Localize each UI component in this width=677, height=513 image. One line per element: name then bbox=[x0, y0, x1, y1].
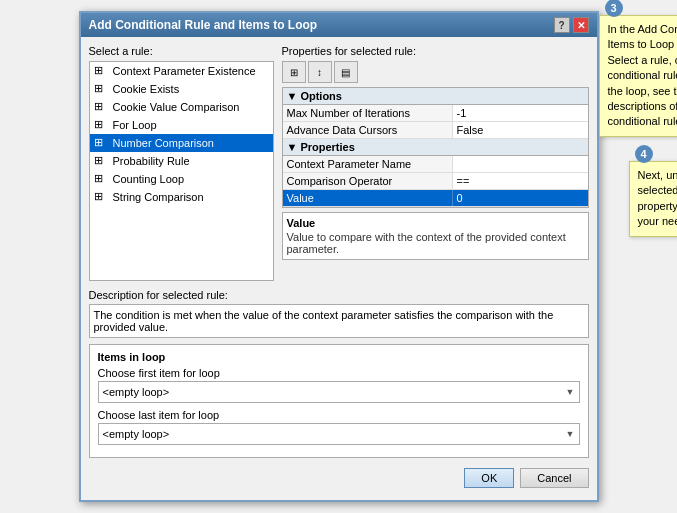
option-max-iterations[interactable]: Max Number of Iterations -1 bbox=[283, 105, 588, 122]
last-item-row: Choose last item for loop <empty loop> ▼ bbox=[98, 409, 580, 445]
right-panel: Properties for selected rule: ⊞ ↕ ▤ ▼ Op… bbox=[282, 45, 589, 281]
cancel-button[interactable]: Cancel bbox=[520, 468, 588, 488]
properties-section-header: ▼ Properties bbox=[283, 139, 588, 156]
ok-button[interactable]: OK bbox=[464, 468, 514, 488]
select-rule-label: Select a rule: bbox=[89, 45, 274, 57]
callout-4: Next, under Properties for selected rule… bbox=[629, 161, 678, 237]
add-conditional-rule-dialog: Add Conditional Rule and Items to Loop ?… bbox=[79, 11, 599, 502]
option-advance-cursors[interactable]: Advance Data Cursors False bbox=[283, 122, 588, 139]
rule-for-loop[interactable]: ⊞ For Loop bbox=[90, 116, 273, 134]
help-button[interactable]: ? bbox=[554, 17, 570, 33]
toolbar-btn-1[interactable]: ⊞ bbox=[282, 61, 306, 83]
selected-rule-desc-box: The condition is met when the value of t… bbox=[89, 304, 589, 338]
rule-counting-loop[interactable]: ⊞ Counting Loop bbox=[90, 170, 273, 188]
title-bar-buttons: ? ✕ bbox=[554, 17, 589, 33]
close-button[interactable]: ✕ bbox=[573, 17, 589, 33]
callout-3-number: 3 bbox=[605, 0, 623, 17]
property-description-box: Value Value to compare with the context … bbox=[282, 212, 589, 260]
rule-icon: ⊞ bbox=[94, 64, 108, 78]
rule-number-comparison[interactable]: ⊞ Number Comparison bbox=[90, 134, 273, 152]
rule-icon: ⊞ bbox=[94, 136, 108, 150]
rule-list[interactable]: ⊞ Context Parameter Existence ⊞ Cookie E… bbox=[89, 61, 274, 281]
rule-cookie-exists[interactable]: ⊞ Cookie Exists bbox=[90, 80, 273, 98]
last-item-combo[interactable]: <empty loop> ▼ bbox=[98, 423, 580, 445]
rule-icon: ⊞ bbox=[94, 82, 108, 96]
prop-value[interactable]: Value 0 bbox=[283, 190, 588, 207]
toolbar-btn-2[interactable]: ↕ bbox=[308, 61, 332, 83]
combo-arrow-icon: ▼ bbox=[566, 429, 575, 439]
callout-3: In the Add Conditional Rule and Items to… bbox=[599, 15, 678, 137]
top-section: Select a rule: ⊞ Context Parameter Exist… bbox=[89, 45, 589, 281]
combo-arrow-icon: ▼ bbox=[566, 387, 575, 397]
properties-table: ▼ Options Max Number of Iterations -1 Ad… bbox=[282, 87, 589, 208]
callout-4-container: 4 Next, under Properties for selected ru… bbox=[629, 153, 678, 237]
dialog-title: Add Conditional Rule and Items to Loop bbox=[89, 18, 318, 32]
rule-icon: ⊞ bbox=[94, 118, 108, 132]
rule-string-comparison[interactable]: ⊞ String Comparison bbox=[90, 188, 273, 206]
toolbar-btn-3[interactable]: ▤ bbox=[334, 61, 358, 83]
properties-label: Properties for selected rule: bbox=[282, 45, 589, 57]
selected-rule-desc-section: Description for selected rule: The condi… bbox=[89, 287, 589, 338]
title-bar: Add Conditional Rule and Items to Loop ?… bbox=[81, 13, 597, 37]
callout-3-container: 3 In the Add Conditional Rule and Items … bbox=[599, 7, 678, 137]
bottom-buttons: OK Cancel bbox=[89, 464, 589, 492]
rule-probability-rule[interactable]: ⊞ Probability Rule bbox=[90, 152, 273, 170]
prop-comparison-operator[interactable]: Comparison Operator == bbox=[283, 173, 588, 190]
dialog-body: Select a rule: ⊞ Context Parameter Exist… bbox=[81, 37, 597, 500]
rule-icon: ⊞ bbox=[94, 154, 108, 168]
rule-context-param-existence[interactable]: ⊞ Context Parameter Existence bbox=[90, 62, 273, 80]
toolbar: ⊞ ↕ ▤ bbox=[282, 61, 589, 83]
first-item-combo[interactable]: <empty loop> ▼ bbox=[98, 381, 580, 403]
items-in-loop-group: Items in loop Choose first item for loop… bbox=[89, 344, 589, 458]
rule-cookie-value-comparison[interactable]: ⊞ Cookie Value Comparison bbox=[90, 98, 273, 116]
options-section-header: ▼ Options bbox=[283, 88, 588, 105]
rule-icon: ⊞ bbox=[94, 100, 108, 114]
prop-context-param-name[interactable]: Context Parameter Name bbox=[283, 156, 588, 173]
rule-icon: ⊞ bbox=[94, 172, 108, 186]
first-item-row: Choose first item for loop <empty loop> … bbox=[98, 367, 580, 403]
left-panel: Select a rule: ⊞ Context Parameter Exist… bbox=[89, 45, 274, 281]
rule-icon: ⊞ bbox=[94, 190, 108, 204]
callout-4-number: 4 bbox=[635, 145, 653, 163]
